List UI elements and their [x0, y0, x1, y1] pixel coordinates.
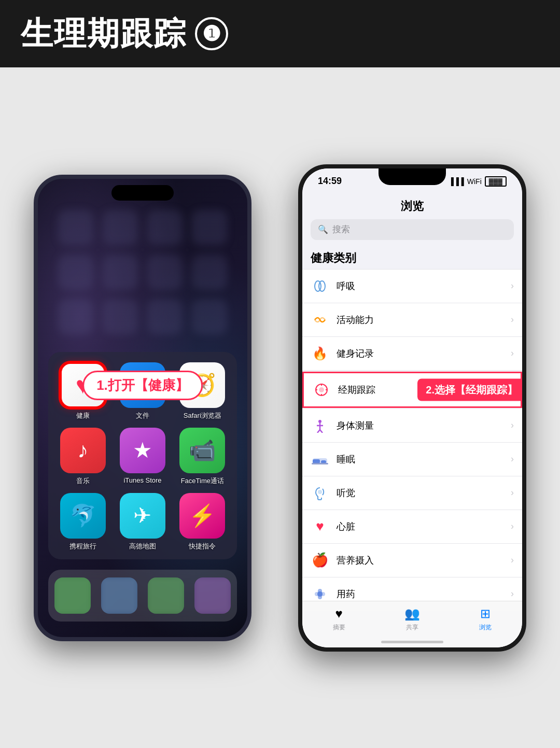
body-chevron: › — [511, 420, 514, 431]
app-shortcuts-label: 快捷指令 — [189, 542, 216, 551]
header-title: 生理期跟踪 — [21, 12, 187, 55]
battery-icon: ▓▓▓ — [485, 176, 507, 187]
app-music[interactable]: ♪ 音乐 — [57, 428, 109, 486]
hearing-chevron: › — [511, 487, 514, 498]
dock-icon-3[interactable] — [148, 577, 184, 614]
body-label: 身体测量 — [337, 419, 511, 432]
heart-chevron: › — [511, 521, 514, 532]
list-item-menstrual[interactable]: 经期跟踪 › 2.选择【经期跟踪】 — [302, 372, 522, 408]
body-icon — [311, 416, 329, 435]
fitness-icon: 🔥 — [311, 344, 329, 363]
search-bar[interactable]: 🔍 搜索 — [311, 219, 514, 240]
step1-label: 1.打开【健康】 — [82, 371, 203, 400]
app-shortcuts[interactable]: ⚡ 快捷指令 — [176, 493, 229, 551]
tab-sharing-icon: 👥 — [404, 606, 420, 621]
tab-sharing-label: 共享 — [406, 623, 418, 632]
dock-icon-2[interactable] — [101, 577, 137, 614]
dock-icon-1[interactable] — [54, 577, 91, 614]
svg-rect-10 — [313, 459, 320, 463]
app-safari-label: Safari浏览器 — [184, 411, 221, 420]
home-indicator — [381, 641, 443, 643]
right-phone-screen: 14:59 ▐▐▐ WiFi ▓▓▓ 浏览 🔍 搜索 健康类别 — [302, 168, 522, 647]
app-files-label: 文件 — [136, 411, 149, 420]
list-item-body[interactable]: 身体测量 › — [302, 409, 522, 443]
breathing-icon — [311, 277, 329, 295]
header-badge: ❶ — [195, 17, 228, 50]
hearing-icon — [311, 484, 329, 502]
phone-left: 1.打开【健康】 ♥ 健康 🗂 — [34, 175, 251, 641]
step2-label: 2.选择【经期跟踪】 — [417, 378, 522, 401]
meds-chevron: › — [511, 588, 514, 599]
itunes-icon[interactable]: ★ — [120, 428, 165, 473]
status-bar: 14:59 ▐▐▐ WiFi ▓▓▓ — [302, 168, 522, 194]
activity-icon — [311, 311, 329, 329]
travel-icon[interactable]: 🐬 — [60, 493, 106, 539]
sleep-chevron: › — [511, 454, 514, 464]
tab-browse-icon: ⊞ — [480, 606, 491, 621]
sleep-label: 睡眠 — [337, 453, 511, 465]
tab-summary-label: 摘要 — [333, 623, 345, 632]
list-item-heart[interactable]: ♥ 心脏 › — [302, 510, 522, 544]
phone-right: 14:59 ▐▐▐ WiFi ▓▓▓ 浏览 🔍 搜索 健康类别 — [298, 164, 526, 652]
svg-point-1 — [319, 281, 325, 291]
list-item-fitness[interactable]: 🔥 健身记录 › — [302, 337, 522, 371]
facetime-icon[interactable]: 📹 — [179, 428, 225, 473]
svg-point-13 — [318, 490, 322, 494]
left-phone-screen: 1.打开【健康】 ♥ 健康 🗂 — [38, 179, 247, 637]
search-icon: 🔍 — [318, 224, 328, 234]
list-item-hearing[interactable]: 听觉 › — [302, 476, 522, 510]
wifi-icon: WiFi — [467, 177, 482, 186]
app-health-label: 健康 — [76, 411, 90, 420]
app-maps[interactable]: ✈ 高德地图 — [116, 493, 169, 551]
list-item-nutrition[interactable]: 🍎 营养摄入 › — [302, 544, 522, 577]
app-travel-label: 携程旅行 — [69, 542, 96, 551]
nav-title: 浏览 — [302, 194, 522, 219]
svg-point-4 — [318, 420, 321, 423]
header: 生理期跟踪 ❶ — [0, 0, 560, 67]
list-item-sleep[interactable]: 睡眠 › — [302, 443, 522, 476]
maps-icon[interactable]: ✈ — [120, 493, 165, 539]
nutrition-icon: 🍎 — [311, 551, 329, 570]
svg-point-3 — [319, 387, 324, 392]
music-icon[interactable]: ♪ — [60, 428, 106, 473]
meds-label: 用药 — [337, 588, 511, 600]
nutrition-label: 营养摄入 — [337, 554, 511, 567]
notch-left — [111, 185, 174, 201]
svg-line-8 — [320, 430, 323, 433]
sleep-icon — [311, 450, 329, 469]
section-header: 健康类别 — [302, 246, 522, 269]
activity-chevron: › — [511, 314, 514, 325]
svg-point-16 — [317, 591, 323, 597]
status-icons: ▐▐▐ WiFi ▓▓▓ — [449, 176, 507, 187]
tab-summary[interactable]: ♥ 摘要 — [302, 606, 375, 632]
app-facetime-label: FaceTime通话 — [181, 476, 224, 486]
tab-sharing[interactable]: 👥 共享 — [375, 606, 449, 632]
list-item-breathing[interactable]: 呼吸 › — [302, 269, 522, 303]
search-placeholder: 搜索 — [332, 223, 350, 235]
fitness-label: 健身记录 — [337, 347, 511, 360]
bg-icons — [38, 210, 247, 334]
app-itunes[interactable]: ★ iTunes Store — [116, 428, 169, 486]
dock — [48, 570, 237, 622]
tab-summary-icon: ♥ — [335, 606, 343, 621]
breathing-label: 呼吸 — [337, 280, 511, 292]
hearing-label: 听觉 — [337, 487, 511, 499]
app-travel[interactable]: 🐬 携程旅行 — [57, 493, 109, 551]
nutrition-chevron: › — [511, 555, 514, 566]
dock-icon-4[interactable] — [194, 577, 231, 614]
fitness-chevron: › — [511, 348, 514, 359]
heart-health-icon: ♥ — [311, 517, 329, 536]
app-maps-label: 高德地图 — [129, 542, 156, 551]
shortcuts-icon[interactable]: ⚡ — [179, 493, 225, 539]
tab-browse[interactable]: ⊞ 浏览 — [449, 606, 522, 632]
health-list: 呼吸 › 活动能力 › 🔥 健身记录 › — [302, 269, 522, 611]
activity-label: 活动能力 — [337, 314, 511, 326]
menstrual-icon — [312, 380, 331, 399]
app-music-label: 音乐 — [76, 476, 90, 486]
svg-rect-12 — [312, 463, 328, 464]
heart-label: 心脏 — [337, 520, 511, 533]
app-facetime[interactable]: 📹 FaceTime通话 — [176, 428, 229, 486]
status-time: 14:59 — [318, 176, 342, 187]
main-content: 1.打开【健康】 ♥ 健康 🗂 — [0, 67, 560, 748]
list-item-activity[interactable]: 活动能力 › — [302, 303, 522, 337]
